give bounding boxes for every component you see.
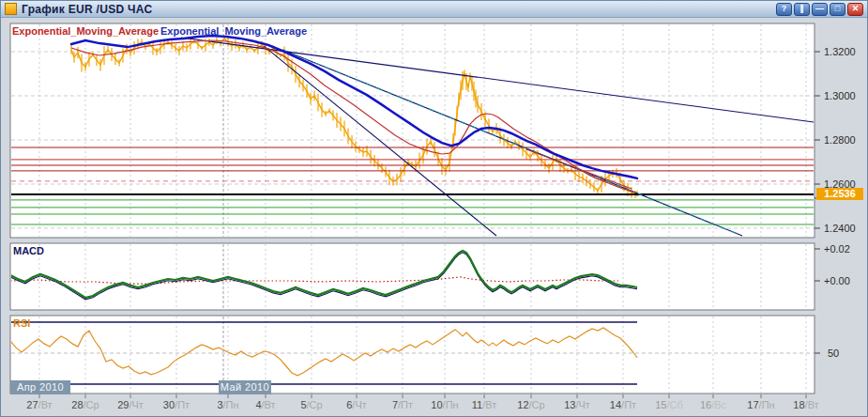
date-weekday: /Пт <box>398 399 413 410</box>
date-number: 17 <box>747 399 758 410</box>
month-label: Май 2010 <box>219 380 271 394</box>
date-number: 27 <box>26 399 38 410</box>
window-titlebar[interactable]: График EUR /USD ЧАС ?∥—□✕ <box>1 1 867 18</box>
date-weekday: /Сб <box>666 399 682 410</box>
pause-window-button[interactable]: ∥ <box>794 3 810 16</box>
date-label: 12/Ср <box>510 399 552 410</box>
help-window-button[interactable]: ? <box>776 3 792 16</box>
date-weekday: /Ср <box>307 399 323 410</box>
date-label: 15/Сб <box>648 399 690 410</box>
date-weekday: /Вт <box>262 399 276 410</box>
date-number: 29 <box>117 399 129 410</box>
date-number: 14 <box>610 399 621 410</box>
price-axis-label: 1.2600 <box>824 178 856 190</box>
date-label: 16/Вс <box>693 399 734 410</box>
price-axis-label: 1.2400 <box>824 223 856 234</box>
date-label: 29/Чт <box>110 399 151 410</box>
legend-ema-slow: Exponential_Moving_Average <box>160 25 307 37</box>
date-weekday: /Пт <box>621 399 636 410</box>
date-label: 3/Пн <box>207 399 249 410</box>
date-label: 7/Пт <box>382 399 423 410</box>
minimize-window-button[interactable]: — <box>812 3 828 16</box>
date-label: 30/Пт <box>156 399 197 410</box>
price-axis-label: 1.3000 <box>824 90 856 101</box>
date-number: 30 <box>163 399 175 410</box>
date-number: 12 <box>517 399 528 410</box>
chart-window: График EUR /USD ЧАС ?∥—□✕ Exponential_Mo… <box>0 0 868 417</box>
price-axis-label: 1.2800 <box>824 134 856 146</box>
rsi-axis-label-50: 50 <box>828 348 839 359</box>
date-number: 13 <box>564 399 575 410</box>
macd-axis-label-high: +0.02 <box>824 243 850 255</box>
month-label: Апр 2010 <box>10 380 70 394</box>
date-weekday: /Вт <box>482 399 496 410</box>
date-label: 6/Чт <box>336 399 377 410</box>
date-weekday: /Пн <box>759 399 775 410</box>
date-label: 28/Ср <box>65 399 106 410</box>
date-label: 13/Чт <box>556 399 598 410</box>
rsi-panel-label: RSI <box>13 317 30 329</box>
macd-panel-label: MACD <box>13 245 44 256</box>
date-label: 11/Вт <box>464 399 505 410</box>
date-number: 15 <box>655 399 666 410</box>
date-number: 18 <box>793 399 804 410</box>
date-number: 16 <box>700 399 711 410</box>
date-weekday: /Ср <box>84 399 99 410</box>
date-weekday: /Вт <box>38 399 53 410</box>
date-weekday: /Вс <box>711 399 726 410</box>
legend-ema-fast: Exponential_Moving_Average <box>12 25 159 37</box>
date-number: 10 <box>431 399 442 410</box>
date-weekday: /Чт <box>129 399 143 410</box>
date-weekday: /Чт <box>575 399 589 410</box>
date-label: 5/Ср <box>291 399 332 410</box>
date-weekday: /Пн <box>223 399 239 410</box>
price-axis-label: 1.3200 <box>824 46 856 57</box>
window-title: График EUR /USD ЧАС <box>22 1 776 18</box>
date-label: 14/Пт <box>602 399 644 410</box>
maximize-window-button[interactable]: □ <box>830 3 845 16</box>
close-window-button[interactable]: ✕ <box>847 3 863 16</box>
date-number: 11 <box>472 399 482 410</box>
date-weekday: /Вт <box>805 399 819 410</box>
macd-axis-label-zero: +0.00 <box>824 275 850 286</box>
window-controls: ?∥—□✕ <box>776 3 863 16</box>
chart-window-icon <box>5 3 17 15</box>
date-weekday: /Ср <box>529 399 545 410</box>
chart-canvas[interactable] <box>1 1 868 417</box>
date-weekday: /Пн <box>443 399 459 410</box>
date-weekday: /Пт <box>175 399 190 410</box>
date-label: 10/Пн <box>424 399 465 410</box>
date-number: 28 <box>71 399 83 410</box>
date-label: 18/Вт <box>785 399 827 410</box>
date-label: 4/Вт <box>245 399 286 410</box>
date-label: 27/Вт <box>19 399 60 410</box>
date-label: 17/Пн <box>740 399 782 410</box>
date-weekday: /Чт <box>352 399 366 410</box>
